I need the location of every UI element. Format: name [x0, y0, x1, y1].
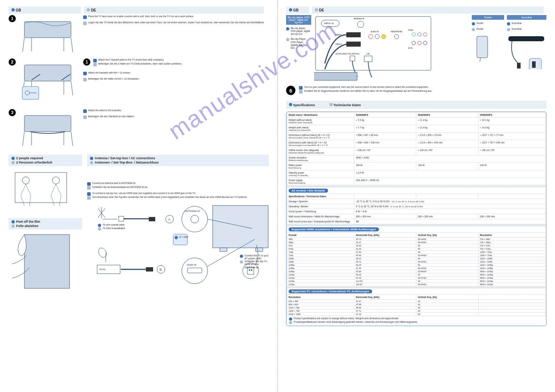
illus-table-1 — [21, 15, 78, 55]
illus-peel-film — [9, 232, 73, 289]
lang-bar-left: GB DE — [9, 6, 269, 14]
svg-text:CH 01: CH 01 — [99, 268, 106, 270]
step2a-gb: Attach the 2 bracket parts to the TV (in… — [98, 58, 164, 61]
hdmi-res-row: 1080i33.7259.94/601920 × 1080i — [287, 260, 546, 264]
svg-rect-9 — [213, 206, 268, 248]
step-6: 6 Turn on your connected equipment, then… — [286, 86, 546, 95]
svg-point-50 — [412, 33, 416, 36]
ac-note-de: Schließen Sie das TV-Gerät an eine Steck… — [245, 260, 269, 269]
svg-rect-24 — [146, 267, 153, 271]
svg-point-30 — [251, 269, 252, 271]
svg-point-55 — [418, 41, 421, 45]
hdmi-res-row: 576p31.2650720 × 576p — [287, 247, 546, 251]
step1-text-de: Legen Sie das TV-Gerät mit dem Bildschir… — [88, 21, 265, 24]
antenna-in-label: ANTENNA IN — [185, 210, 200, 212]
hdmi-res-row: 2160p53.9523.98/243840 × 2160p — [287, 270, 546, 273]
svg-point-6 — [22, 177, 29, 184]
step6-de: Schalten Sie Ihr angeschlossenes Gerät e… — [304, 90, 432, 93]
svg-rect-4 — [24, 115, 71, 132]
connection-diagram: ANTENNA IN HDMI IN A CH 01 — [87, 203, 269, 293]
svg-rect-38 — [346, 42, 361, 47]
filmpeel-de: Folie abziehen — [16, 224, 38, 228]
step-1: 1 Place the TV face down on a table cove… — [9, 15, 269, 55]
svg-rect-8 — [24, 235, 70, 288]
hdmi-res-row: 1080i28.13501920 × 1080i — [287, 257, 546, 260]
svg-text:HEADPHONE: HEADPHONE — [391, 30, 402, 33]
pc-res-row: 1360 × 76847.7160 — [287, 310, 546, 313]
svg-rect-0 — [24, 22, 71, 38]
step2a-de: Befestigen Sie die 2 Halter am TV-Gerät … — [98, 62, 182, 65]
svg-point-43 — [381, 34, 386, 39]
left-page: GB DE 1 Place the TV face down on a tabl… — [0, 0, 278, 392]
svg-rect-15 — [188, 268, 202, 273]
svg-rect-63 — [532, 61, 536, 68]
svg-point-52 — [423, 33, 427, 36]
svg-text:ANTENNA IN: ANTENNA IN — [354, 18, 364, 20]
spec-table: Model name / Modellname 43S6500FS 50S650… — [286, 112, 546, 326]
conn-title-gb: Antenna / Set-top box / AC connections — [95, 156, 155, 160]
conn-stb-de: Zum Anschluss einer Set-Top-Box verwende… — [92, 196, 247, 199]
svg-point-41 — [369, 34, 373, 39]
lang-de: DE — [91, 8, 96, 12]
hdmi-res-row: 2160p56.25253840 × 2160p — [287, 273, 546, 277]
svg-text:B: B — [160, 268, 162, 271]
svg-point-29 — [249, 269, 250, 271]
pc-res-row: 640 × 48031.4760 — [287, 300, 546, 303]
step-2: 2 1 Attach the 2 bracket parts to the TV… — [9, 58, 269, 105]
rear-panel-diagram: Blu-ray player, DVD player, digital set-… — [286, 15, 546, 84]
svg-rect-47 — [350, 56, 355, 61]
step1-text-gb: Place the TV face down on a table covere… — [88, 15, 194, 18]
svg-rect-18 — [149, 217, 155, 221]
cable-de: 75-Ohm-Koaxialkabel — [103, 227, 125, 230]
model-row: Model name / Modellname 43S6500FS 50S650… — [287, 113, 546, 118]
right-page: GB DE Blu-ray player, DVD player, digita… — [278, 0, 555, 392]
svg-rect-17 — [119, 216, 124, 221]
pc-res-pill: Supported PC resolutions / Unterstützte … — [289, 289, 372, 293]
svg-rect-10 — [220, 248, 227, 251]
bd-head: Blu-ray player, DVD player, digital set-… — [286, 15, 311, 25]
svg-text:AUDIO IN: AUDIO IN — [371, 30, 379, 33]
resolutions-pill: Supported HDMI resolutions / Unterstützt… — [289, 227, 379, 231]
svg-text:HDMI 2: HDMI 2 — [336, 43, 342, 45]
svg-rect-60 — [508, 36, 544, 41]
cable-gb: 75-ohm coaxial cable — [103, 223, 124, 226]
twopeople-title-de: 2 Personen erforderlich — [16, 161, 52, 164]
illus-table-2 — [21, 58, 78, 105]
hdmi-res-row: 2160p67.4329.97/303840 × 2160p — [287, 277, 546, 280]
step3-de: Befestigen Sie den Standfuß an den Halte… — [88, 115, 134, 118]
hdmi-res-row: 2160p134.8759.94/603840 × 2160p — [287, 283, 546, 286]
illus-table-3 — [21, 109, 78, 149]
router-head: Router — [472, 15, 504, 20]
all-models-pill: All models / Alle Modelle — [289, 189, 328, 193]
spec-notes-gb: Product specifications are subject to ch… — [294, 317, 399, 320]
hdmi-res-row: 720p44.9659.94/601280 × 720p — [287, 254, 546, 257]
svg-point-42 — [375, 34, 379, 39]
hdmi-res-row: 480i15.7359.94/60720 × 480i — [287, 238, 546, 241]
soundbar-head: Soundbar — [507, 15, 546, 20]
pc-res-row: 800 × 60037.8860 — [287, 303, 546, 306]
ac-note-gb: Connect the TV to your AC power outlet. — [245, 254, 269, 260]
lang-gb: GB — [16, 8, 21, 12]
step6-gb: Turn on your connected equipment, then u… — [304, 86, 428, 89]
svg-text:A: A — [168, 218, 170, 221]
svg-rect-59 — [477, 36, 488, 58]
step-3: 3 Attach the stand to the brackets. Befe… — [9, 109, 269, 149]
svg-text:AV IN: AV IN — [408, 47, 413, 49]
conn-stb-gb: To connect a set-top box, use an HDMI le… — [92, 192, 196, 195]
conn-title-de: Antennen- / Set-Top-Box- / Netzanschluss — [95, 161, 158, 164]
hdmi-res-row: 1080p67.4359.94/601920 × 1080p — [287, 267, 546, 270]
conn-ant-de: Schließen Sie ein Antennenkabel an ANTEN… — [92, 186, 148, 189]
svg-rect-58 — [314, 72, 357, 80]
svg-point-45 — [394, 34, 399, 39]
hdmi-res-row: 576i15.6350720 × 576i — [287, 244, 546, 247]
or-label: or / oder — [179, 236, 188, 238]
pc-res-row: 1024 × 76848.3660 — [287, 306, 546, 310]
svg-point-14 — [182, 258, 208, 284]
svg-point-7 — [52, 177, 60, 184]
pc-res-row: 1920 × 108067.1660 — [287, 313, 546, 316]
svg-text:LAN: LAN — [366, 53, 370, 55]
step2b-gb: Attach the brackets with M4 × 12 screws. — [88, 71, 131, 74]
svg-rect-49 — [364, 56, 372, 62]
svg-text:USB 5V⎓1A: USB 5V⎓1A — [324, 22, 334, 24]
spec-header-bar: Specifications Technische Daten — [286, 101, 546, 109]
